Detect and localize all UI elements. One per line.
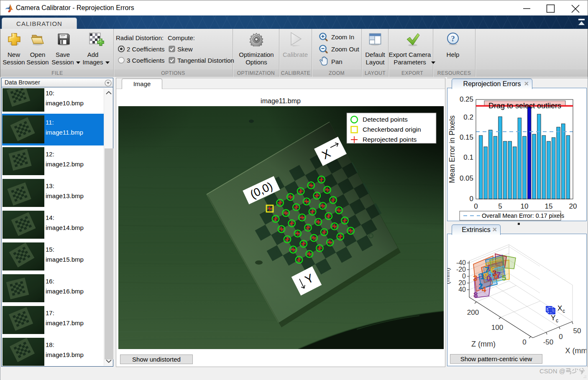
svg-text:Drag to select outliers: Drag to select outliers — [488, 102, 561, 110]
svg-text:Z (mm): Z (mm) — [471, 340, 496, 348]
svg-text:8: 8 — [473, 291, 478, 299]
svg-text:0: 0 — [474, 202, 478, 210]
svg-text:Checkerboard origin: Checkerboard origin — [363, 126, 421, 133]
svg-text:200: 200 — [467, 309, 479, 316]
svg-text:0.15: 0.15 — [460, 133, 473, 141]
svg-text:4: 4 — [482, 285, 486, 294]
svg-text:-40: -40 — [456, 259, 466, 266]
svg-text:-50: -50 — [543, 338, 554, 346]
svg-text:100: 100 — [491, 324, 503, 332]
svg-text:Detected points: Detected points — [363, 116, 408, 123]
svg-text:c: c — [556, 318, 558, 324]
svg-text:Overall Mean Error: 0.17 pixel: Overall Mean Error: 0.17 pixels — [482, 212, 564, 219]
svg-text:Y: Y — [551, 314, 555, 322]
svg-text:7: 7 — [485, 265, 489, 274]
svg-text:X: X — [557, 304, 562, 312]
svg-text:0.05: 0.05 — [460, 174, 473, 182]
svg-text:0.1: 0.1 — [463, 153, 473, 161]
svg-text:5: 5 — [502, 273, 506, 282]
svg-text:0.25: 0.25 — [460, 95, 473, 103]
svg-text:0: 0 — [486, 274, 491, 283]
svg-text:X (mm: X (mm — [565, 347, 587, 355]
svg-text:40: 40 — [458, 286, 466, 293]
svg-text:20: 20 — [458, 279, 466, 286]
svg-text:3: 3 — [473, 274, 478, 283]
svg-text:0: 0 — [470, 195, 473, 203]
svg-text:0: 0 — [462, 273, 466, 280]
svg-text:c: c — [562, 308, 565, 314]
svg-text:50: 50 — [573, 327, 581, 335]
svg-text:-20: -20 — [456, 266, 466, 273]
svg-text:Mean Error in Pixels: Mean Error in Pixels — [448, 115, 456, 183]
svg-text:?: ? — [451, 34, 455, 43]
svg-text:(mm): (mm) — [447, 268, 451, 284]
svg-text:5: 5 — [498, 202, 502, 210]
svg-text:15: 15 — [545, 202, 553, 210]
svg-text:0: 0 — [559, 333, 562, 341]
svg-text:0: 0 — [522, 338, 526, 346]
svg-text:20: 20 — [569, 202, 577, 210]
svg-text:0.2: 0.2 — [463, 113, 473, 121]
svg-text:10: 10 — [521, 202, 529, 210]
svg-text:Reprojected points: Reprojected points — [363, 136, 417, 143]
svg-text:7: 7 — [496, 270, 501, 279]
